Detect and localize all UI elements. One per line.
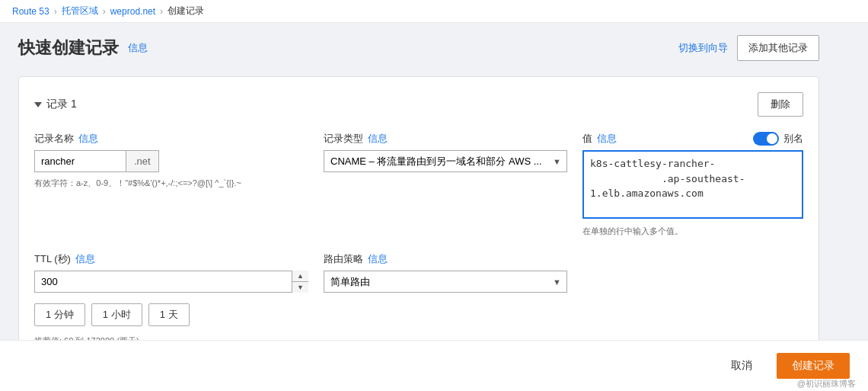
value-info-link[interactable]: 信息 — [597, 132, 617, 146]
record-label: 记录 1 — [46, 98, 77, 111]
record-toggle[interactable]: 记录 1 — [34, 98, 77, 111]
delete-button[interactable]: 删除 — [758, 92, 803, 117]
breadcrumb-hosted-zones[interactable]: 托管区域 — [62, 5, 98, 18]
breadcrumb-sep-2: › — [103, 6, 106, 17]
breadcrumb-current: 创建记录 — [168, 5, 204, 18]
record-name-group: 记录名称 信息 .net 有效字符：a-z、0-9、！"#$%&'()*+,-/… — [34, 132, 308, 190]
domain-suffix: .net — [126, 150, 159, 172]
routing-select[interactable]: 简单路由 — [324, 271, 567, 293]
ttl-1day-button[interactable]: 1 天 — [148, 303, 190, 326]
watermark: @初识丽珠博客 — [797, 378, 856, 389]
bottom-actions: 取消 创建记录 @初识丽珠博客 — [0, 340, 868, 391]
ttl-decrement-button[interactable]: ▼ — [292, 282, 308, 293]
page-info-link[interactable]: 信息 — [128, 41, 148, 55]
header-actions: 切换到向导 添加其他记录 — [678, 35, 819, 61]
ttl-1hr-button[interactable]: 1 小时 — [91, 303, 142, 326]
ttl-input-wrapper: ▲ ▼ — [34, 271, 308, 293]
switch-to-wizard-button[interactable]: 切换到向导 — [678, 41, 728, 55]
value-textarea[interactable]: k8s-cattlesy-rancher- .ap-southeast- 1.e… — [582, 150, 803, 219]
routing-label: 路由策略 信息 — [324, 252, 567, 266]
main-container: 快速创建记录 信息 切换到向导 添加其他记录 记录 1 删除 记录名称 信息 — [0, 23, 838, 391]
record-name-label: 记录名称 信息 — [34, 132, 308, 146]
value-hint: 在单独的行中输入多个值。 — [582, 226, 803, 237]
ttl-quick-buttons: 1 分钟 1 小时 1 天 — [34, 303, 308, 326]
page-title-area: 快速创建记录 信息 — [18, 37, 148, 59]
record-card: 记录 1 删除 记录名称 信息 .net 有效字符：a-z、0-9、！"#$%&… — [18, 76, 819, 381]
alias-toggle-switch[interactable] — [753, 132, 779, 146]
routing-info-link[interactable]: 信息 — [368, 252, 388, 266]
breadcrumb: Route 53 › 托管区域 › weprod.net › 创建记录 — [0, 0, 868, 23]
record-value-label: 值 信息 别名 — [582, 132, 803, 146]
page-title: 快速创建记录 — [18, 37, 119, 59]
record-header: 记录 1 删除 — [34, 92, 803, 117]
name-hint: 有效字符：a-z、0-9、！"#$%&'()*+,-/:;<=>?@[\] ^_… — [34, 177, 308, 190]
type-select-wrapper: CNAME – 将流量路由到另一域名和部分 AWS ... ▼ — [324, 150, 567, 172]
collapse-icon — [34, 102, 42, 107]
name-input-wrapper: .net — [34, 150, 308, 172]
ttl-increment-button[interactable]: ▲ — [292, 271, 308, 282]
type-info-link[interactable]: 信息 — [368, 132, 388, 146]
breadcrumb-route53[interactable]: Route 53 — [12, 6, 49, 17]
ttl-input[interactable] — [34, 271, 308, 293]
add-record-button[interactable]: 添加其他记录 — [737, 35, 819, 61]
breadcrumb-sep-1: › — [54, 6, 57, 17]
ttl-label: TTL (秒) 信息 — [34, 252, 308, 266]
routing-select-wrapper: 简单路由 ▼ — [324, 271, 567, 293]
form-row-2: TTL (秒) 信息 ▲ ▼ 1 分钟 1 小时 1 天 推荐值: 60 到 1… — [34, 252, 803, 347]
ttl-1min-button[interactable]: 1 分钟 — [34, 303, 85, 326]
alias-toggle: 别名 — [753, 132, 803, 146]
record-type-group: 记录类型 信息 CNAME – 将流量路由到另一域名和部分 AWS ... ▼ — [324, 132, 567, 172]
routing-group: 路由策略 信息 简单路由 ▼ — [324, 252, 567, 293]
page-header: 快速创建记录 信息 切换到向导 添加其他记录 — [18, 35, 819, 61]
breadcrumb-sep-3: › — [160, 6, 163, 17]
record-name-input[interactable] — [34, 150, 126, 172]
alias-label: 别名 — [783, 132, 803, 146]
ttl-info-link[interactable]: 信息 — [75, 252, 95, 266]
record-value-group: 值 信息 别名 k8s-cattlesy-rancher- .ap-southe… — [582, 132, 803, 237]
name-info-link[interactable]: 信息 — [78, 132, 98, 146]
record-type-label: 记录类型 信息 — [324, 132, 567, 146]
form-row-1: 记录名称 信息 .net 有效字符：a-z、0-9、！"#$%&'()*+,-/… — [34, 132, 803, 237]
cancel-button[interactable]: 取消 — [716, 353, 767, 379]
record-type-select[interactable]: CNAME – 将流量路由到另一域名和部分 AWS ... — [324, 150, 567, 172]
ttl-spinners: ▲ ▼ — [292, 271, 308, 293]
breadcrumb-domain[interactable]: weprod.net — [110, 6, 155, 17]
ttl-group: TTL (秒) 信息 ▲ ▼ 1 分钟 1 小时 1 天 推荐值: 60 到 1… — [34, 252, 308, 347]
